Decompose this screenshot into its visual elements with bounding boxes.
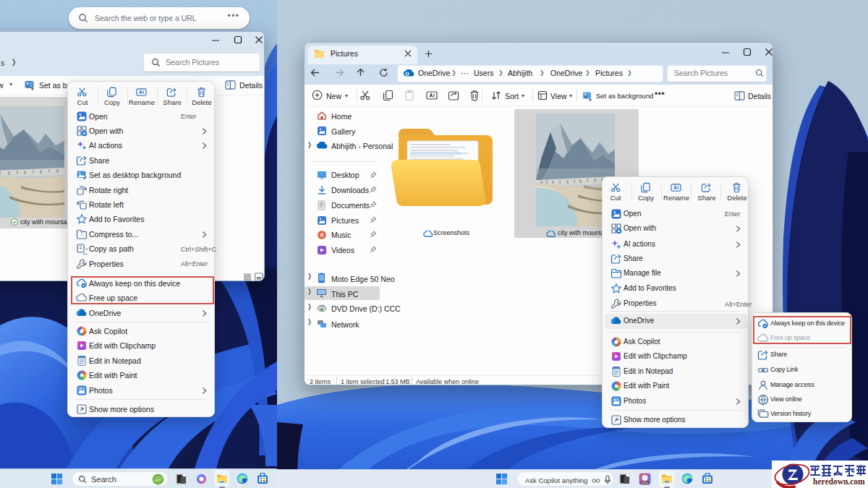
svg-text:M365: M365 [642, 481, 648, 484]
